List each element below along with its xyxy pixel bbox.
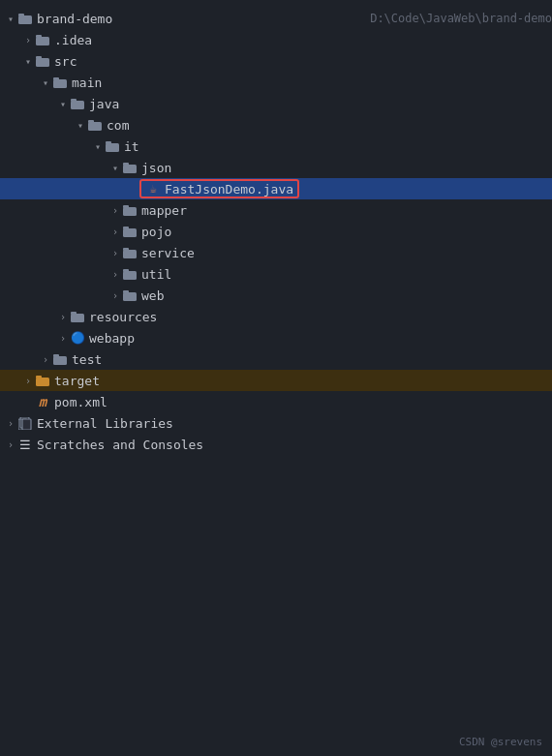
svg-rect-28 (53, 356, 67, 365)
tree-item-pom[interactable]: m pom.xml (0, 391, 552, 412)
svg-rect-3 (36, 35, 42, 38)
arrow-java (56, 97, 70, 110)
label-mapper: mapper (141, 203, 552, 218)
svg-rect-4 (36, 58, 49, 67)
svg-rect-20 (123, 250, 137, 258)
arrow-util (108, 267, 122, 281)
arrow-target (21, 374, 35, 387)
folder-icon-pojo (122, 224, 138, 239)
svg-rect-31 (36, 376, 42, 378)
label-pojo: pojo (141, 225, 552, 239)
tree-item-web[interactable]: web (0, 285, 552, 306)
svg-rect-30 (36, 378, 49, 386)
label-java: java (89, 97, 552, 111)
svg-rect-5 (36, 56, 42, 59)
label-it: it (124, 139, 552, 154)
tree-item-util[interactable]: util (0, 263, 552, 285)
svg-rect-6 (53, 79, 67, 88)
svg-rect-7 (53, 77, 59, 80)
label-webapp: webapp (89, 331, 552, 346)
folder-icon-test (52, 351, 68, 367)
folder-icon-src (35, 53, 50, 69)
label-target: target (54, 374, 552, 388)
svg-rect-14 (123, 165, 137, 173)
folder-icon-resources (70, 309, 85, 324)
label-fastjsondemo: FastJsonDemo.java (165, 182, 293, 197)
label-scratches: Scratches and Consoles (37, 438, 552, 452)
watermark: CSDN @srevens (459, 736, 542, 748)
svg-rect-29 (53, 354, 59, 357)
label-main: main (72, 76, 552, 90)
svg-rect-15 (123, 163, 129, 166)
label-resources: resources (89, 310, 552, 324)
lib-icon (17, 415, 33, 431)
folder-icon-web (122, 287, 138, 303)
arrow-com (74, 118, 87, 132)
arrow-scratches (4, 438, 17, 451)
svg-rect-1 (18, 14, 24, 16)
arrow-test (39, 352, 52, 366)
folder-icon-service (122, 245, 138, 260)
arrow-it (91, 139, 105, 153)
tree-item-ext-libs[interactable]: External Libraries (0, 412, 552, 434)
folder-icon-json (122, 160, 138, 175)
tree-item-com[interactable]: com (0, 114, 552, 136)
file-tree: brand-demo D:\Code\JavaWeb\brand-demo .i… (0, 0, 552, 463)
label-test: test (72, 352, 552, 367)
tree-item-brand-demo[interactable]: brand-demo D:\Code\JavaWeb\brand-demo (0, 8, 552, 29)
svg-rect-34 (22, 419, 31, 430)
arrow-main (39, 76, 52, 89)
tree-item-fastjsondemo[interactable]: ☕ FastJsonDemo.java (0, 178, 552, 199)
svg-rect-8 (71, 101, 84, 109)
tree-item-mapper[interactable]: mapper (0, 199, 552, 221)
svg-rect-24 (123, 292, 137, 301)
label-pom: pom.xml (54, 395, 552, 409)
tree-item-main[interactable]: main (0, 72, 552, 93)
arrow-json (108, 161, 122, 174)
tree-item-target[interactable]: target (0, 370, 552, 391)
arrow-ext-libs (4, 416, 17, 430)
arrow-idea (21, 33, 35, 46)
tree-item-test[interactable]: test (0, 348, 552, 370)
tree-item-idea[interactable]: .idea (0, 29, 552, 50)
svg-rect-13 (106, 141, 111, 144)
arrow-pojo (108, 225, 122, 238)
scratch-icon: ☰ (17, 437, 33, 452)
label-service: service (141, 246, 552, 260)
tree-item-json[interactable]: json (0, 157, 552, 178)
label-json: json (141, 161, 552, 175)
folder-icon-it (105, 138, 120, 154)
tree-item-java[interactable]: java (0, 93, 552, 114)
arrow-brand-demo (4, 12, 17, 25)
arrow-pom (21, 395, 35, 408)
folder-icon-util (122, 266, 138, 282)
label-brand-demo: brand-demo (37, 12, 362, 26)
folder-special-icon-webapp: 🔵 (70, 330, 85, 346)
tree-item-it[interactable]: it (0, 136, 552, 157)
arrow-service (108, 246, 122, 259)
folder-icon-main (52, 75, 68, 90)
svg-rect-25 (123, 290, 129, 293)
svg-rect-23 (123, 269, 129, 272)
arrow-webapp (56, 331, 70, 345)
svg-rect-0 (18, 15, 32, 24)
java-file-icon: ☕ (145, 181, 161, 197)
label-com: com (107, 118, 552, 133)
arrow-resources (56, 310, 70, 323)
svg-rect-12 (106, 143, 119, 152)
label-util: util (141, 267, 552, 282)
folder-icon-idea (35, 32, 50, 47)
svg-rect-18 (123, 228, 137, 237)
svg-rect-19 (123, 227, 129, 229)
svg-rect-26 (71, 314, 84, 322)
svg-rect-21 (123, 248, 129, 251)
folder-icon-mapper (122, 202, 138, 218)
tree-item-scratches[interactable]: ☰ Scratches and Consoles (0, 434, 552, 455)
tree-item-service[interactable]: service (0, 242, 552, 263)
tree-item-src[interactable]: src (0, 50, 552, 72)
folder-icon-java (70, 96, 85, 111)
tree-item-resources[interactable]: resources (0, 306, 552, 327)
tree-item-pojo[interactable]: pojo (0, 221, 552, 242)
path-brand-demo: D:\Code\JavaWeb\brand-demo (370, 12, 552, 25)
tree-item-webapp[interactable]: 🔵 webapp (0, 327, 552, 348)
